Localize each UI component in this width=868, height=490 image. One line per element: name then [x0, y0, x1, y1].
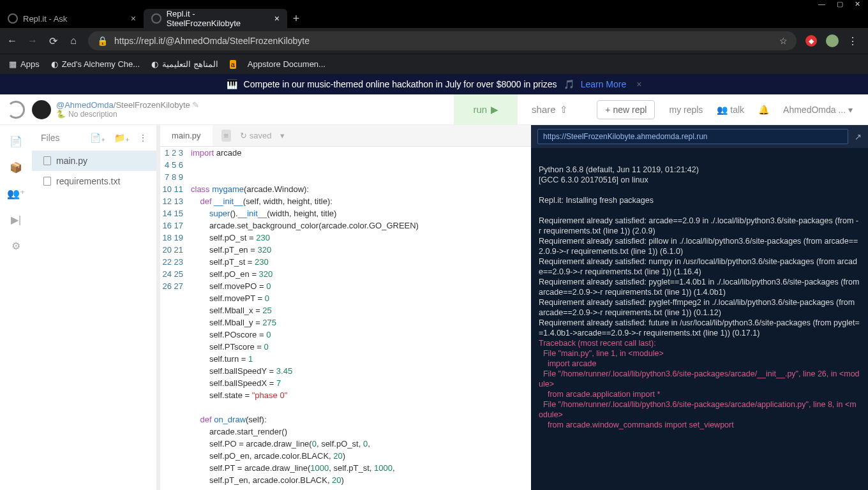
repl-url-input[interactable]	[537, 129, 848, 144]
new-folder-icon[interactable]: 📁₊	[114, 133, 130, 143]
code-text[interactable]: import arcade class mygame(arcade.Window…	[188, 147, 531, 490]
url-text: https://repl.it/@AhmedOmda/SteelFrozenKi…	[114, 36, 310, 46]
editor-pane: main.py ≡ ↻ saved ▾ 1 2 3 4 5 6 7 8 9 10…	[160, 125, 531, 490]
share-button[interactable]: share ⇧	[518, 94, 581, 124]
replit-header: @AhmedOmda/SteelFrozenKilobyte ✎ 🐍 No de…	[0, 94, 868, 125]
bookmark-item[interactable]: ◐ Zed's Alchemy Che...	[51, 59, 140, 69]
packages-icon[interactable]: 📦	[10, 161, 22, 174]
project-desc: 🐍 No description	[56, 110, 199, 119]
tab-title: Repl.it - SteelFrozenKilobyte	[167, 9, 269, 28]
favicon-icon	[151, 13, 161, 24]
menu-icon[interactable]: ⋮	[848, 35, 858, 47]
forward-icon[interactable]: →	[27, 35, 38, 47]
promo-close-icon[interactable]: ×	[636, 79, 641, 89]
apps-icon[interactable]: ▦ Apps	[9, 59, 40, 69]
debugger-icon[interactable]: ▶|	[11, 214, 21, 226]
format-icon[interactable]: ≡	[221, 130, 232, 142]
back-icon[interactable]: ←	[6, 35, 18, 47]
window-minimize-icon[interactable]: —	[818, 0, 825, 8]
promo-text: Compete in our music-themed online hacka…	[244, 79, 557, 89]
piano-icon: 🎹	[227, 79, 237, 89]
settings-icon[interactable]: ⚙	[11, 240, 20, 252]
browser-tab[interactable]: Repl.it - Ask ×	[0, 9, 144, 28]
tab-close-icon[interactable]: ×	[274, 13, 280, 24]
history-icon[interactable]: ▾	[280, 131, 285, 140]
browser-tab[interactable]: Repl.it - SteelFrozenKilobyte ×	[144, 9, 287, 28]
tab-close-icon[interactable]: ×	[131, 13, 136, 24]
promo-link[interactable]: Learn More	[581, 79, 627, 89]
new-tab-button[interactable]: +	[287, 12, 305, 28]
python-icon: 🐍	[56, 110, 66, 119]
project-avatar[interactable]	[32, 100, 51, 119]
window-maximize-icon[interactable]: ▢	[837, 0, 843, 8]
promo-banner: 🎹 Compete in our music-themed online hac…	[0, 74, 868, 94]
run-button[interactable]: run ▶	[454, 94, 518, 124]
new-repl-button[interactable]: +new repl	[597, 100, 655, 119]
files-menu-icon[interactable]: ⋮	[138, 133, 147, 143]
file-icon	[43, 156, 51, 165]
extension-icon[interactable]: ◆	[805, 35, 817, 47]
plus-icon: +	[605, 105, 610, 115]
files-panel: Files 📄₊ 📁₊ ⋮ main.py requirements.txt	[32, 125, 156, 490]
play-icon: ▶	[491, 104, 498, 115]
star-icon[interactable]: ☆	[779, 36, 788, 46]
people-icon: 👥	[717, 105, 728, 115]
files-title: Files	[41, 133, 60, 143]
account-menu[interactable]: AhmedOmda ... ▾	[783, 105, 853, 115]
line-gutter: 1 2 3 4 5 6 7 8 9 10 11 12 13 14 15 16 1…	[160, 147, 188, 490]
saved-indicator: ↻ saved	[240, 131, 271, 140]
talk-link[interactable]: 👥 talk	[717, 105, 744, 115]
bookmark-item[interactable]: ◐ المناهج التعليمية	[151, 59, 218, 69]
editor-tab[interactable]: main.py	[160, 125, 213, 146]
open-external-icon[interactable]: ↗	[855, 132, 862, 142]
multiplayer-icon[interactable]: 👥⁺	[7, 188, 25, 200]
console-pane: ↗ Python 3.6.8 (default, Jun 11 2019, 01…	[531, 125, 868, 490]
terminal-output[interactable]: Python 3.6.8 (default, Jun 11 2019, 01:2…	[531, 148, 868, 490]
browser-nav-bar: ← → ⟳ ⌂ 🔒 https://repl.it/@AhmedOmda/Ste…	[0, 28, 868, 54]
reload-icon[interactable]: ⟳	[47, 35, 59, 47]
lock-icon: 🔒	[97, 36, 108, 46]
browser-tab-strip: Repl.it - Ask × Repl.it - SteelFrozenKil…	[0, 8, 868, 28]
window-close-icon[interactable]: ✕	[855, 0, 860, 8]
edit-icon[interactable]: ✎	[192, 100, 199, 110]
bookmarks-bar: ▦ Apps ◐ Zed's Alchemy Che... ◐ المناهج …	[0, 54, 868, 74]
file-icon	[43, 177, 51, 186]
project-path: @AhmedOmda/SteelFrozenKilobyte ✎	[56, 100, 199, 110]
bookmark-item[interactable]: a	[230, 60, 236, 69]
address-bar[interactable]: 🔒 https://repl.it/@AhmedOmda/SteelFrozen…	[88, 31, 797, 50]
music-icon: 🎵	[564, 79, 574, 89]
home-icon[interactable]: ⌂	[68, 35, 79, 47]
bookmark-item[interactable]: Appstore Documen...	[248, 59, 326, 69]
tab-title: Repl.it - Ask	[23, 14, 67, 24]
share-icon: ⇧	[560, 104, 568, 115]
bell-icon[interactable]: 🔔	[758, 105, 769, 115]
new-file-icon[interactable]: 📄₊	[90, 133, 105, 143]
file-item[interactable]: requirements.txt	[32, 171, 156, 191]
left-rail: 📄 📦 👥⁺ ▶| ⚙	[0, 125, 32, 490]
replit-logo[interactable]	[0, 94, 32, 126]
favicon-icon	[8, 13, 18, 24]
files-icon[interactable]: 📄	[10, 135, 22, 147]
my-repls-link[interactable]: my repls	[669, 105, 703, 115]
file-item[interactable]: main.py	[32, 151, 156, 171]
profile-avatar[interactable]	[826, 34, 839, 47]
